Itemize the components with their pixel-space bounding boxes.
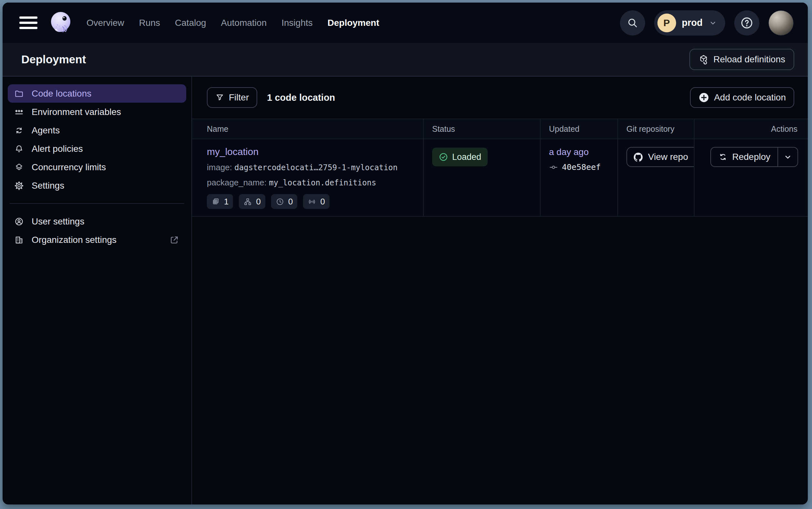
env-vars-icon xyxy=(14,107,24,117)
sensors-icon xyxy=(307,197,316,206)
add-code-location-button[interactable]: Add code location xyxy=(690,87,794,108)
code-locations-toolbar: Filter 1 code location Add code location xyxy=(192,76,808,118)
column-header-status: Status xyxy=(423,119,540,139)
redeploy-refresh-icon xyxy=(718,152,728,162)
sidebar-item-label: Concurrency limits xyxy=(32,162,106,172)
jobs-icon xyxy=(243,197,252,206)
sidebar-item-settings[interactable]: Settings xyxy=(8,176,186,195)
sidebar-divider xyxy=(10,203,184,204)
code-location-count: 1 code location xyxy=(267,92,335,103)
package-meta: package_name: my_location.definitions xyxy=(207,178,415,188)
chevron-down-icon xyxy=(708,19,717,28)
sidebar-item-label: Settings xyxy=(32,180,64,191)
code-location-link[interactable]: my_location xyxy=(207,146,259,157)
sidebar-item-label: Environment variables xyxy=(32,107,121,117)
org-switcher[interactable]: P prod xyxy=(654,10,725,36)
column-header-updated: Updated xyxy=(540,119,617,139)
sidebar-item-alert-policies[interactable]: Alert policies xyxy=(8,139,186,158)
column-header-actions: Actions xyxy=(694,119,808,139)
commit-info: 40e58eef xyxy=(549,163,609,172)
assets-icon xyxy=(211,197,220,206)
sidebar-item-label: Organization settings xyxy=(32,235,116,245)
table-row: my_location image: dagstercodelocati…275… xyxy=(192,139,808,217)
user-avatar[interactable] xyxy=(768,10,793,36)
sidebar-item-user-settings[interactable]: User settings xyxy=(8,212,186,231)
filter-icon xyxy=(215,93,224,102)
filter-button[interactable]: Filter xyxy=(207,87,257,108)
sidebar-item-label: Agents xyxy=(32,125,60,136)
search-icon xyxy=(627,17,638,29)
deployment-sidebar: Code locations Environment variables xyxy=(3,76,192,505)
gear-icon xyxy=(14,181,24,191)
sidebar-item-label: User settings xyxy=(32,216,84,227)
redeploy-button[interactable]: Redeploy xyxy=(711,147,777,166)
view-repo-button[interactable]: View repo xyxy=(626,147,694,167)
empty-area xyxy=(192,217,808,505)
name-cell: my_location image: dagstercodelocati…275… xyxy=(192,139,423,216)
schedules-icon xyxy=(275,197,284,206)
nav-item-runs[interactable]: Runs xyxy=(139,18,160,28)
nav-item-overview[interactable]: Overview xyxy=(86,18,124,28)
page-header: Deployment Reload definitions xyxy=(3,43,808,76)
code-locations-main: Filter 1 code location Add code location… xyxy=(192,76,808,505)
sidebar-item-label: Code locations xyxy=(32,89,91,99)
status-cell: Loaded xyxy=(423,139,540,216)
sidebar-item-agents[interactable]: Agents xyxy=(8,121,186,139)
app-window: Overview Runs Catalog Automation Insight… xyxy=(3,3,808,505)
nav-item-deployment[interactable]: Deployment xyxy=(328,18,379,28)
column-header-git-repository: Git repository xyxy=(617,119,694,139)
plus-circle-icon xyxy=(698,92,709,103)
help-icon xyxy=(740,16,754,30)
nav-item-insights[interactable]: Insights xyxy=(282,18,313,28)
sidebar-item-environment-variables[interactable]: Environment variables xyxy=(8,103,186,121)
check-circle-icon xyxy=(439,152,448,162)
redeploy-split-button: Redeploy xyxy=(710,147,798,167)
user-circle-icon xyxy=(14,217,24,227)
layers-icon xyxy=(14,163,24,172)
building-icon xyxy=(14,235,24,245)
sensors-count-badge[interactable]: 0 xyxy=(303,194,329,209)
jobs-count-badge[interactable]: 0 xyxy=(239,194,265,209)
commit-hash: 40e58eef xyxy=(562,163,601,172)
bell-icon xyxy=(14,144,24,154)
search-button[interactable] xyxy=(620,10,645,36)
github-icon xyxy=(633,152,643,163)
page-title: Deployment xyxy=(21,53,86,66)
help-button[interactable] xyxy=(734,10,760,36)
table-header: Name Status Updated Git repository Actio… xyxy=(192,118,808,139)
chevron-down-icon xyxy=(783,152,792,162)
actions-cell: Redeploy xyxy=(694,139,808,216)
updated-time-link[interactable]: a day ago xyxy=(549,147,589,157)
nav-item-catalog[interactable]: Catalog xyxy=(175,18,206,28)
status-badge: Loaded xyxy=(432,147,488,166)
hamburger-menu-icon[interactable] xyxy=(20,16,37,29)
assets-count-badge[interactable]: 1 xyxy=(207,194,233,209)
reload-definitions-icon xyxy=(698,54,709,65)
sidebar-item-organization-settings[interactable]: Organization settings xyxy=(8,231,186,249)
image-meta: image: dagstercodelocati…2759-1-mylocati… xyxy=(207,163,415,172)
sidebar-item-concurrency-limits[interactable]: Concurrency limits xyxy=(8,158,186,176)
sidebar-item-label: Alert policies xyxy=(32,144,83,154)
schedules-count-badge[interactable]: 0 xyxy=(271,194,297,209)
content-area: Code locations Environment variables xyxy=(3,76,808,505)
reload-definitions-button[interactable]: Reload definitions xyxy=(689,49,794,70)
git-repository-cell: View repo xyxy=(617,139,694,216)
redeploy-more-button[interactable] xyxy=(778,147,798,166)
commit-icon xyxy=(549,163,558,172)
column-header-name: Name xyxy=(192,119,423,139)
cycle-icon xyxy=(14,126,24,135)
dagster-logo-icon[interactable] xyxy=(48,10,74,36)
primary-nav: Overview Runs Catalog Automation Insight… xyxy=(86,18,379,28)
external-link-icon xyxy=(170,235,179,245)
top-navbar: Overview Runs Catalog Automation Insight… xyxy=(3,3,808,43)
updated-cell: a day ago 40e58eef xyxy=(540,139,617,216)
org-name: prod xyxy=(682,18,703,28)
folder-icon xyxy=(14,89,24,99)
org-initial-badge: P xyxy=(657,13,676,32)
nav-item-automation[interactable]: Automation xyxy=(221,18,267,28)
sidebar-item-code-locations[interactable]: Code locations xyxy=(8,84,186,103)
definition-count-badges: 1 0 xyxy=(207,194,415,209)
